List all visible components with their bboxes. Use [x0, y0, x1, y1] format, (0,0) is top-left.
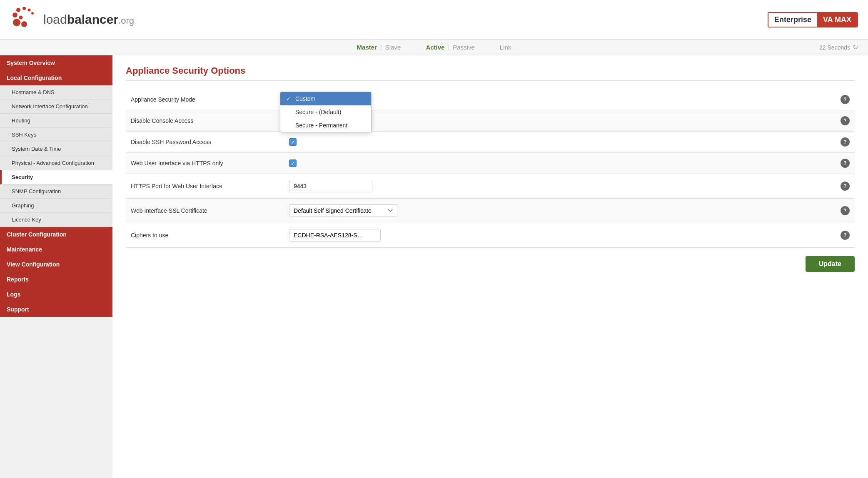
disable-ssh-label: Disable SSH Password Access — [131, 139, 289, 145]
sidebar-item-snmp[interactable]: SNMP Configuration — [0, 184, 112, 199]
page-title: Appliance Security Options — [126, 65, 855, 81]
security-mode-row: Appliance Security Mode ✓ Custom Secure … — [126, 89, 855, 110]
sidebar-item-view-configuration[interactable]: View Configuration — [0, 257, 112, 272]
sidebar-item-physical-advanced[interactable]: Physical - Advanced Configuration — [0, 156, 112, 170]
main-content: Appliance Security Options Appliance Sec… — [112, 55, 868, 478]
sidebar-item-graphing[interactable]: Graphing — [0, 199, 112, 213]
sidebar-item-maintenance[interactable]: Maintenance — [0, 242, 112, 257]
https-only-help[interactable]: ? — [841, 159, 850, 168]
update-button[interactable]: Update — [806, 256, 855, 272]
disable-console-help[interactable]: ? — [841, 116, 850, 125]
disable-ssh-checkbox[interactable]: ✓ — [289, 138, 297, 146]
sidebar-item-system-overview[interactable]: System Overview — [0, 55, 112, 70]
link-label: Link — [500, 44, 511, 51]
disable-ssh-help[interactable]: ? — [841, 137, 850, 147]
sidebar-item-ssh-keys[interactable]: SSH Keys — [0, 128, 112, 142]
https-port-label: HTTPS Port for Web User Interface — [131, 183, 289, 189]
svg-point-5 — [19, 16, 23, 20]
master-slave-group: Master | Slave — [357, 44, 401, 51]
https-port-row: HTTPS Port for Web User Interface ? — [126, 174, 855, 199]
svg-point-4 — [12, 12, 17, 17]
logo-icon — [10, 5, 39, 34]
logo-suffix: .org — [118, 15, 134, 26]
enterprise-label: Enterprise — [768, 13, 817, 27]
https-only-row: Web User Interface via HTTPS only ✓ ? — [126, 153, 855, 174]
svg-point-3 — [31, 12, 34, 15]
sidebar-item-licence-key[interactable]: Licence Key — [0, 213, 112, 227]
svg-point-7 — [21, 21, 27, 27]
ciphers-input[interactable] — [289, 229, 381, 241]
https-only-control: ✓ ? — [289, 159, 850, 168]
security-mode-control: ✓ Custom Secure - (Default) Secure - Per… — [289, 95, 850, 104]
security-mode-help[interactable]: ? — [841, 95, 850, 104]
svg-point-1 — [22, 7, 26, 10]
link-group: Link — [500, 44, 511, 51]
enterprise-badge: Enterprise VA MAX — [768, 12, 858, 27]
timer-value: 22 Seconds — [819, 44, 850, 51]
status-bar: Master | Slave Active | Passive Link 22 … — [0, 40, 868, 55]
active-label: Active — [426, 44, 444, 51]
security-mode-label: Appliance Security Mode — [131, 96, 289, 103]
ciphers-help[interactable]: ? — [841, 231, 850, 240]
sidebar-item-local-configuration[interactable]: Local Configuration — [0, 70, 112, 85]
ssl-cert-label: Web Interface SSL Certificate — [131, 207, 289, 214]
sidebar-item-system-date-time[interactable]: System Date & Time — [0, 142, 112, 156]
passive-label: Passive — [453, 44, 475, 51]
logo-area: loadbalancer.org — [10, 5, 134, 34]
logo-text: loadbalancer.org — [43, 12, 134, 27]
sidebar-item-support[interactable]: Support — [0, 302, 112, 317]
ssl-cert-row: Web Interface SSL Certificate Default Se… — [126, 199, 855, 223]
ciphers-row: Ciphers to use ? — [126, 223, 855, 248]
sidebar-item-network-interface[interactable]: Network Interface Configuration — [0, 100, 112, 114]
va-max-label: VA MAX — [817, 13, 857, 27]
dropdown-option-secure-default[interactable]: Secure - (Default) — [280, 105, 371, 119]
update-button-row: Update — [126, 248, 855, 276]
sidebar-item-security[interactable]: Security — [0, 170, 112, 184]
https-port-help[interactable]: ? — [841, 182, 850, 191]
svg-point-6 — [13, 19, 20, 26]
ciphers-label: Ciphers to use — [131, 232, 289, 239]
https-only-label: Web User Interface via HTTPS only — [131, 160, 289, 167]
https-only-checkbox[interactable]: ✓ — [289, 159, 297, 167]
sidebar-item-cluster-configuration[interactable]: Cluster Configuration — [0, 227, 112, 242]
master-label: Master — [357, 44, 377, 51]
disable-console-label: Disable Console Access — [131, 117, 289, 124]
svg-point-2 — [28, 9, 31, 12]
slave-label: Slave — [385, 44, 401, 51]
logo-light: load — [43, 12, 67, 26]
sidebar-item-routing[interactable]: Routing — [0, 114, 112, 128]
disable-ssh-row: Disable SSH Password Access ✓ ? — [126, 132, 855, 153]
logo-bold: balancer — [67, 12, 118, 26]
layout: System Overview Local Configuration Host… — [0, 55, 868, 478]
disable-console-control: ? — [289, 116, 850, 125]
ciphers-control: ? — [289, 229, 850, 241]
dropdown-option-custom[interactable]: ✓ Custom — [280, 92, 371, 105]
security-mode-dropdown[interactable]: ✓ Custom Secure - (Default) Secure - Per… — [280, 92, 372, 132]
disable-console-row: Disable Console Access ? — [126, 110, 855, 132]
ssl-cert-help[interactable]: ? — [841, 206, 850, 215]
sidebar: System Overview Local Configuration Host… — [0, 55, 112, 478]
svg-point-0 — [16, 8, 20, 12]
check-icon: ✓ — [286, 96, 292, 102]
sidebar-item-hostname-dns[interactable]: Hostname & DNS — [0, 85, 112, 100]
sidebar-item-logs[interactable]: Logs — [0, 287, 112, 302]
active-passive-group: Active | Passive — [426, 44, 474, 51]
timer-area: 22 Seconds ↻ — [819, 43, 858, 51]
ssl-cert-control: Default Self Signed Certificate ? — [289, 204, 850, 217]
ssl-cert-select[interactable]: Default Self Signed Certificate — [289, 204, 397, 217]
sidebar-item-reports[interactable]: Reports — [0, 272, 112, 287]
dropdown-option-secure-permanent[interactable]: Secure - Permanent — [280, 119, 371, 132]
refresh-icon[interactable]: ↻ — [853, 43, 858, 51]
https-port-input[interactable] — [289, 180, 372, 192]
disable-ssh-control: ✓ ? — [289, 137, 850, 147]
https-port-control: ? — [289, 180, 850, 192]
header: loadbalancer.org Enterprise VA MAX — [0, 0, 868, 40]
